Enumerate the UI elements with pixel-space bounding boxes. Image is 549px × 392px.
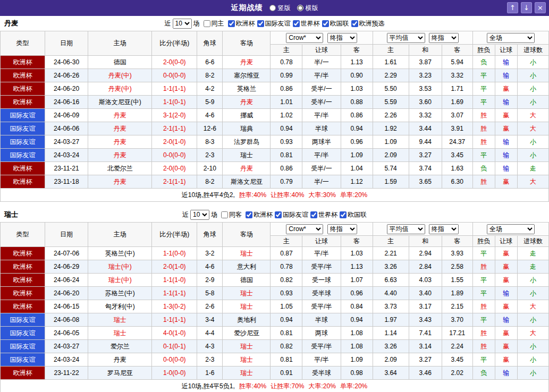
- league-filter[interactable]: 世界杯: [291, 19, 320, 28]
- league-filter[interactable]: 世界杯: [308, 210, 337, 219]
- match-date: 24-06-15: [45, 300, 88, 313]
- result-outcome: 胜: [472, 122, 495, 135]
- home-team: 丹麦(中): [88, 82, 152, 96]
- corner-stat: 6-6: [197, 56, 223, 69]
- league-filter[interactable]: 欧洲预选: [349, 19, 385, 28]
- result-outcome: 平: [472, 149, 495, 162]
- avg-home: 1.09: [373, 135, 409, 149]
- same-side-checkbox[interactable]: [221, 211, 228, 218]
- odds-home: 0.81: [271, 353, 302, 367]
- close-button[interactable]: ×: [535, 2, 546, 13]
- move-up-button[interactable]: ↑: [507, 2, 518, 13]
- avg-draw: 3.60: [409, 96, 442, 109]
- match-date: 24-06-06: [45, 122, 88, 135]
- avg-draw: 3.44: [409, 122, 442, 135]
- summary-stat: 大率:30%: [309, 191, 336, 199]
- league-type-cell: 欧洲杯: [1, 82, 45, 96]
- stage-select-2[interactable]: 终指: [429, 224, 459, 234]
- sections-container: 丹麦 近 10 场 同主 欧洲杯国际友谊世界杯欧国联欧洲预选: [0, 16, 549, 392]
- league-type-cell: 欧洲杯: [1, 69, 45, 82]
- period-select[interactable]: 全场: [487, 224, 535, 234]
- goals-outcome: 小: [517, 56, 548, 69]
- goals-outcome: 大: [517, 300, 548, 313]
- league-filter[interactable]: 国际友谊: [255, 19, 291, 28]
- corner-stat: 2-3: [197, 353, 223, 367]
- horizontal-layout-label: 横版: [306, 4, 318, 13]
- league-checkbox[interactable]: [310, 211, 317, 218]
- table-row: 国际友谊24-06-05瑞士4-0(1-0)4-4爱沙尼亚0.81两球1.081…: [1, 327, 549, 340]
- odds-home: 0.78: [271, 260, 302, 274]
- league-checkbox[interactable]: [257, 20, 264, 27]
- subcol-handicap-result: 让球: [495, 236, 517, 247]
- handicap-outcome: 赢: [495, 109, 517, 122]
- league-filter[interactable]: 欧国联: [337, 210, 367, 219]
- same-side-filter[interactable]: 同主: [201, 19, 224, 28]
- league-filter[interactable]: 欧国联: [320, 19, 349, 28]
- average-odds-group: 平均值 终指: [373, 223, 472, 236]
- odds-away: 1.09: [341, 353, 373, 367]
- result-outcome: 胜: [472, 109, 495, 122]
- match-date: 24-06-16: [45, 96, 88, 109]
- odds-home: 1.02: [271, 109, 302, 122]
- table-row: 欧洲杯24-06-20苏格兰(中)1-1(1-1)5-8瑞士0.93受半球0.9…: [1, 287, 549, 300]
- same-side-filter[interactable]: 同客: [219, 210, 242, 219]
- away-team: 斯洛文尼亚: [223, 175, 271, 189]
- league-checkbox[interactable]: [340, 211, 347, 218]
- odds-away: 1.07: [341, 274, 373, 287]
- subcol-odds-away: 客: [341, 236, 373, 247]
- score: 2-1(1-1): [152, 122, 197, 135]
- match-date: 24-06-24: [45, 274, 88, 287]
- bookmaker-select[interactable]: Crow*: [286, 224, 323, 234]
- average-select[interactable]: 平均值: [387, 224, 425, 234]
- corner-stat: 2-10: [197, 162, 223, 175]
- odds-away: 1.12: [341, 175, 373, 189]
- league-filter[interactable]: 欧洲杯: [243, 210, 273, 219]
- match-count-select[interactable]: 10: [190, 210, 209, 220]
- stage-select-1[interactable]: 终指: [327, 33, 357, 43]
- average-select[interactable]: 平均值: [387, 33, 425, 43]
- corner-stat: 5-8: [197, 287, 223, 300]
- vertical-layout-radio[interactable]: [269, 5, 276, 11]
- league-checkbox[interactable]: [275, 211, 282, 218]
- horizontal-layout-radio[interactable]: [297, 5, 303, 11]
- result-outcome: 平: [472, 353, 495, 367]
- odds-home: 0.82: [271, 274, 302, 287]
- odds-handicap: 半球: [302, 122, 341, 135]
- stage-select-2[interactable]: 终指: [429, 33, 459, 43]
- league-filters: 欧洲杯国际友谊世界杯欧国联: [243, 210, 367, 219]
- handicap-outcome: 赢: [495, 327, 517, 340]
- match-count-select[interactable]: 10: [173, 19, 192, 29]
- home-team: 丹麦: [88, 353, 152, 367]
- odds-home: 0.79: [271, 175, 302, 189]
- league-label: 世界杯: [318, 210, 337, 219]
- league-checkbox[interactable]: [246, 211, 252, 218]
- odds-home: 0.81: [271, 149, 302, 162]
- score: 2-0(1-0): [152, 135, 197, 149]
- table-row: 欧洲杯24-06-20丹麦(中)1-1(1-1)4-2英格兰0.86受半/一1.…: [1, 82, 549, 96]
- score: 2-1(1-1): [152, 175, 197, 189]
- avg-draw: 3.17: [409, 300, 442, 313]
- stage-select-1[interactable]: 终指: [327, 224, 357, 234]
- league-checkbox[interactable]: [351, 20, 358, 27]
- layout-option-vertical[interactable]: 竖版: [269, 4, 291, 13]
- bookmaker-select[interactable]: Crow*: [286, 33, 323, 43]
- league-filter[interactable]: 国际友谊: [273, 210, 308, 219]
- away-team: 意大利: [223, 260, 271, 274]
- summary-stat: 让胜率:70%: [271, 382, 304, 390]
- match-date: 24-03-24: [45, 149, 88, 162]
- same-side-checkbox[interactable]: [204, 20, 210, 27]
- summary-stats: 胜率:40%让胜率:70%大率:20%单率:20%: [235, 382, 367, 390]
- match-date: 24-06-29: [45, 260, 88, 274]
- league-type-cell: 欧洲杯: [1, 96, 45, 109]
- period-select[interactable]: 全场: [487, 33, 535, 43]
- league-filter[interactable]: 欧洲杯: [226, 19, 255, 28]
- table-row: 国际友谊24-03-27爱尔兰0-1(0-1)4-3瑞士0.82受平/半1.08…: [1, 340, 549, 353]
- layout-option-horizontal[interactable]: 横版: [297, 4, 318, 13]
- league-checkbox[interactable]: [322, 20, 329, 27]
- odds-home: 0.91: [271, 367, 302, 380]
- league-checkbox[interactable]: [228, 20, 235, 27]
- move-down-button[interactable]: ↓: [521, 2, 532, 13]
- avg-away: 1.69: [442, 96, 472, 109]
- league-checkbox[interactable]: [293, 20, 300, 27]
- odds-away: 0.96: [341, 287, 373, 300]
